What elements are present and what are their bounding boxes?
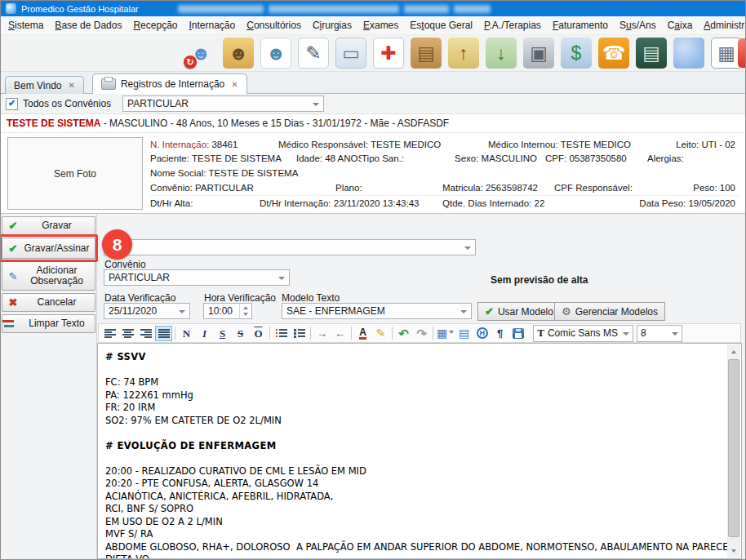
ordered-list-button[interactable] <box>273 326 290 341</box>
tab-registros-de-internacao[interactable]: Registros de Internação✕ <box>92 73 247 94</box>
toolbar-group: →← <box>313 326 349 341</box>
ledger-book-icon[interactable]: ▤ <box>636 38 667 69</box>
scrollbar-thumb[interactable] <box>728 359 739 537</box>
action-sidebar: ✔Gravar✔Gravar/Assinar✎Adicionar Observa… <box>1 214 97 559</box>
overline-button[interactable]: O <box>250 326 267 341</box>
convenio-filter-combo[interactable]: PARTICULAR <box>122 96 324 112</box>
button-label: Limpar Texto <box>24 318 95 329</box>
expense-down-icon[interactable]: ↓ <box>486 38 517 69</box>
phone-book-icon[interactable]: ☎ <box>598 38 629 69</box>
font-family-combo[interactable]: T Comic Sans MS <box>533 325 633 342</box>
menu-item-base-de-dados[interactable]: Base de Dados <box>49 17 127 33</box>
caret-down-icon <box>449 331 454 336</box>
update-patient-icon[interactable]: ☻↻ <box>185 38 216 69</box>
usar-modelo-button[interactable]: ✔ Usar Modelo <box>477 302 561 321</box>
accel-key: a <box>674 20 680 31</box>
patient-info-row: Nome Social: TESTE DE SISTEMA <box>150 167 739 180</box>
pilcrow-button[interactable]: ¶ <box>491 326 508 341</box>
align-justify-button[interactable] <box>155 326 172 341</box>
gravar-assinar-button[interactable]: ✔Gravar/Assinar <box>2 238 95 259</box>
cut-off-icon[interactable] <box>738 38 745 68</box>
redo-button[interactable]: ↷ <box>413 326 430 341</box>
info-value: TESTE MEDICO <box>371 140 441 149</box>
ambulance-icon[interactable]: ✚ <box>373 38 404 69</box>
menu-item-cirurgias[interactable]: Cirurgias <box>307 17 357 33</box>
modelo-texto-combo[interactable]: SAE - ENFERMAGEM <box>282 303 472 319</box>
menu-item-caixa[interactable]: Caixa <box>662 17 699 33</box>
menu-item-internacao[interactable]: Internação <box>183 17 241 33</box>
editor-content[interactable]: # SSVV FC: 74 BPMPA: 122X61 mmHgFR: 20 I… <box>98 344 727 558</box>
stepper-down-icon[interactable] <box>240 311 251 318</box>
paragraph-settings-button[interactable]: ▤ <box>455 326 473 341</box>
font-size-combo[interactable]: 8 <box>637 325 682 342</box>
accel-key: i <box>320 20 322 31</box>
italic-button[interactable]: I <box>196 326 213 341</box>
hospital-bed-icon[interactable]: ▭ <box>335 38 366 69</box>
toolbar-group: ↶↷ <box>395 326 430 341</box>
save-template-button[interactable] <box>509 326 526 341</box>
stock-box-icon[interactable]: ▤ <box>411 38 442 69</box>
accel-key: F <box>553 20 558 31</box>
editor-line: # EVOLUÇÃO DE ENFERMAGEM <box>105 440 722 453</box>
align-left-button[interactable] <box>101 326 118 341</box>
revenue-up-icon[interactable]: ↑ <box>448 38 479 69</box>
menu-item-administracao[interactable]: Administração <box>698 17 746 33</box>
stepper-up-icon[interactable] <box>240 304 251 311</box>
toolbar-separator <box>433 327 433 340</box>
button-label: Adicionar Observação <box>24 265 95 287</box>
undo-button[interactable]: ↶ <box>395 326 412 341</box>
toolbar-separator <box>310 327 311 340</box>
medical-record-icon[interactable]: ✎ <box>298 38 329 69</box>
convenio-combo[interactable]: PARTICULAR <box>104 269 290 286</box>
info-value: 2563598742 <box>486 183 538 193</box>
insert-table-button[interactable]: ▦ <box>436 326 455 341</box>
bold-button[interactable]: N <box>178 326 195 341</box>
text-editor[interactable]: # SSVV FC: 74 BPMPA: 122X61 mmHgFR: 20 I… <box>97 343 742 559</box>
adicionar-observacao-button[interactable]: ✎Adicionar Observação <box>2 261 95 291</box>
menu-item-exames[interactable]: Exames <box>357 17 404 33</box>
bullet-list-button[interactable] <box>291 326 308 341</box>
registro-combo[interactable] <box>104 239 476 256</box>
window-title: Promedico Gestão Hospitalar <box>21 4 139 14</box>
tab-bem-vindo[interactable]: Bem Vindo✕ <box>5 76 84 94</box>
accel-key: u <box>626 20 632 31</box>
safe-icon[interactable]: ▣ <box>523 38 554 69</box>
tab-close-icon[interactable]: ✕ <box>68 81 74 90</box>
scroll-up-icon[interactable] <box>727 344 740 358</box>
button-label: Gravar <box>24 220 95 231</box>
menu-item-faturamento[interactable]: Faturamento <box>547 17 614 33</box>
font-color-button[interactable]: A <box>354 326 371 341</box>
align-center-button[interactable] <box>119 326 136 341</box>
doctor-icon[interactable]: ☻ <box>260 38 291 69</box>
info-value: 22 <box>535 198 545 208</box>
scroll-down-icon[interactable] <box>727 544 740 558</box>
menu-item-consultorios[interactable]: Consultórios <box>241 17 307 33</box>
patients-folder-icon[interactable]: ☻ <box>223 38 254 69</box>
limpar-texto-button[interactable]: Limpar Texto <box>2 314 95 333</box>
menu-item-sistema[interactable]: Sistema <box>2 17 49 33</box>
chat-bubble-icon[interactable] <box>673 38 704 69</box>
align-right-button[interactable] <box>137 326 154 341</box>
menu-item-p-a-terapias[interactable]: P.A./Terapias <box>478 17 547 33</box>
header-button[interactable]: H <box>473 326 491 341</box>
menu-item-estoque-geral[interactable]: Estoque Geral <box>404 17 478 33</box>
hora-verificacao-stepper[interactable]: 10:00 <box>203 303 252 319</box>
gerenciar-modelos-button[interactable]: ⚙ Gerenciar Modelos <box>554 302 665 321</box>
menu-item-sus-ans[interactable]: Sus/Ans <box>614 17 662 33</box>
toolbar-separator <box>175 327 175 340</box>
editor-scrollbar[interactable] <box>727 344 740 558</box>
info-value: MASCULINO <box>482 153 537 163</box>
outdent-button[interactable]: ← <box>331 326 349 341</box>
billing-computer-icon[interactable]: $ <box>561 38 592 69</box>
editor-toolbar: NISSO→←A✎↶↷▦▤H¶ T Comic Sans MS 8 <box>98 323 741 343</box>
indent-button[interactable]: → <box>313 326 331 341</box>
underline-button[interactable]: S <box>214 326 231 341</box>
gravar-button[interactable]: ✔Gravar <box>2 216 95 235</box>
tab-close-icon[interactable]: ✕ <box>231 80 238 89</box>
highlight-button[interactable]: ✎ <box>372 326 389 341</box>
data-verificacao-combo[interactable]: 25/11/2020 <box>104 303 190 319</box>
strikethrough-button[interactable]: S <box>232 326 249 341</box>
menu-item-recepcao[interactable]: Recepção <box>127 17 183 33</box>
cancelar-button[interactable]: ✖Cancelar <box>2 293 95 312</box>
todos-convenios-checkbox[interactable]: ✔ <box>6 98 18 110</box>
